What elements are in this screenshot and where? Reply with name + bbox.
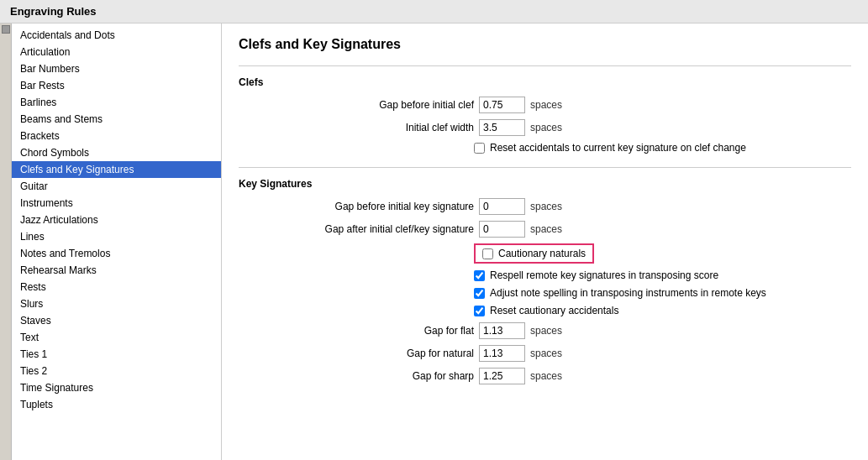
nav-item-guitar[interactable]: Guitar xyxy=(12,178,221,195)
nav-item-ties-2[interactable]: Ties 2 xyxy=(12,363,221,379)
nav-item-accidentals-and-dots[interactable]: Accidentals and Dots xyxy=(12,27,221,44)
respell-remote-checkbox[interactable] xyxy=(474,270,485,281)
initial-clef-width-unit: spaces xyxy=(530,122,562,133)
gap-after-initial-clef-ks-input[interactable] xyxy=(479,221,525,238)
initial-clef-width-label: Initial clef width xyxy=(255,122,474,133)
gap-for-natural-label: Gap for natural xyxy=(255,348,474,359)
key-signatures-section: Key Signatures Gap before initial key si… xyxy=(239,178,851,384)
reset-accidentals-checkbox[interactable] xyxy=(474,143,485,154)
nav-item-chord-symbols[interactable]: Chord Symbols xyxy=(12,144,221,161)
divider-top xyxy=(239,65,851,66)
gap-for-flat-label: Gap for flat xyxy=(255,325,474,337)
nav-item-lines[interactable]: Lines xyxy=(12,228,221,245)
outer-container: Engraving Rules Accidentals and DotsArti… xyxy=(0,0,868,460)
reset-cautionary-checkbox[interactable] xyxy=(474,306,485,316)
gap-for-flat-input[interactable] xyxy=(479,322,525,339)
cautionary-naturals-label: Cautionary naturals xyxy=(498,248,586,259)
gap-after-initial-clef-ks-label: Gap after initial clef/key signature xyxy=(255,223,474,235)
gap-before-initial-clef-unit: spaces xyxy=(530,99,562,111)
key-signatures-section-header: Key Signatures xyxy=(239,178,851,190)
gap-for-flat-unit: spaces xyxy=(530,325,562,337)
gap-after-initial-clef-ks-row: Gap after initial clef/key signature spa… xyxy=(239,221,851,238)
nav-item-rests[interactable]: Rests xyxy=(12,279,221,295)
gap-for-flat-row: Gap for flat spaces xyxy=(239,322,851,339)
gap-for-sharp-row: Gap for sharp spaces xyxy=(239,368,851,384)
nav-panel: Accidentals and DotsArticulationBar Numb… xyxy=(12,24,222,460)
reset-cautionary-label: Reset cautionary accidentals xyxy=(490,305,618,316)
gap-after-initial-clef-ks-unit: spaces xyxy=(530,223,562,235)
reset-accidentals-label: Reset accidentals to current key signatu… xyxy=(490,142,746,154)
nav-item-slurs[interactable]: Slurs xyxy=(12,295,221,312)
left-scrollbar xyxy=(0,24,12,460)
gap-for-natural-row: Gap for natural spaces xyxy=(239,345,851,362)
clefs-section-header: Clefs xyxy=(239,76,851,88)
gap-before-initial-ks-unit: spaces xyxy=(530,201,562,212)
gap-before-initial-clef-row: Gap before initial clef spaces xyxy=(239,97,851,113)
title-bar: Engraving Rules xyxy=(0,0,868,24)
nav-item-articulation[interactable]: Articulation xyxy=(12,44,221,60)
respell-remote-label: Respell remote key signatures in transpo… xyxy=(490,269,718,281)
divider-mid xyxy=(239,167,851,168)
adjust-note-spelling-label: Adjust note spelling in transposing inst… xyxy=(490,287,766,299)
nav-item-tuplets[interactable]: Tuplets xyxy=(12,396,221,413)
gap-for-natural-unit: spaces xyxy=(530,348,562,359)
nav-item-time-signatures[interactable]: Time Signatures xyxy=(12,379,221,396)
initial-clef-width-input[interactable] xyxy=(479,119,525,136)
gap-before-initial-clef-input[interactable] xyxy=(479,97,525,113)
gap-for-sharp-input[interactable] xyxy=(479,368,525,384)
gap-before-initial-clef-label: Gap before initial clef xyxy=(255,99,474,111)
respell-remote-row: Respell remote key signatures in transpo… xyxy=(239,269,851,281)
adjust-note-spelling-checkbox[interactable] xyxy=(474,288,485,299)
cautionary-naturals-row: Cautionary naturals xyxy=(239,243,851,264)
gap-for-natural-input[interactable] xyxy=(479,345,525,362)
gap-for-sharp-label: Gap for sharp xyxy=(255,370,474,382)
nav-item-instruments[interactable]: Instruments xyxy=(12,195,221,212)
cautionary-naturals-checkbox[interactable] xyxy=(482,248,493,259)
nav-item-ties-1[interactable]: Ties 1 xyxy=(12,346,221,363)
adjust-note-spelling-row: Adjust note spelling in transposing inst… xyxy=(239,287,851,299)
window-title: Engraving Rules xyxy=(10,5,97,18)
page-title: Clefs and Key Signatures xyxy=(239,37,851,52)
nav-item-staves[interactable]: Staves xyxy=(12,312,221,329)
nav-item-brackets[interactable]: Brackets xyxy=(12,128,221,144)
content-area: Clefs and Key Signatures Clefs Gap befor… xyxy=(222,24,868,460)
nav-item-rehearsal-marks[interactable]: Rehearsal Marks xyxy=(12,262,221,279)
cautionary-naturals-highlight-box: Cautionary naturals xyxy=(474,243,594,264)
nav-item-clefs-and-key-signatures[interactable]: Clefs and Key Signatures xyxy=(12,161,221,178)
nav-item-bar-numbers[interactable]: Bar Numbers xyxy=(12,60,221,77)
scroll-indicator xyxy=(2,25,10,34)
gap-before-initial-ks-label: Gap before initial key signature xyxy=(255,201,474,212)
nav-item-barlines[interactable]: Barlines xyxy=(12,94,221,111)
clefs-section: Clefs Gap before initial clef spaces Ini… xyxy=(239,76,851,154)
main-area: Accidentals and DotsArticulationBar Numb… xyxy=(0,24,868,460)
gap-before-initial-ks-row: Gap before initial key signature spaces xyxy=(239,198,851,215)
nav-item-beams-and-stems[interactable]: Beams and Stems xyxy=(12,111,221,128)
nav-item-jazz-articulations[interactable]: Jazz Articulations xyxy=(12,212,221,228)
nav-item-bar-rests[interactable]: Bar Rests xyxy=(12,77,221,94)
nav-item-notes-and-tremolos[interactable]: Notes and Tremolos xyxy=(12,245,221,262)
reset-cautionary-row: Reset cautionary accidentals xyxy=(239,305,851,316)
gap-before-initial-ks-input[interactable] xyxy=(479,198,525,215)
nav-item-text[interactable]: Text xyxy=(12,329,221,346)
gap-for-sharp-unit: spaces xyxy=(530,370,562,382)
initial-clef-width-row: Initial clef width spaces xyxy=(239,119,851,136)
reset-accidentals-row: Reset accidentals to current key signatu… xyxy=(239,142,851,154)
